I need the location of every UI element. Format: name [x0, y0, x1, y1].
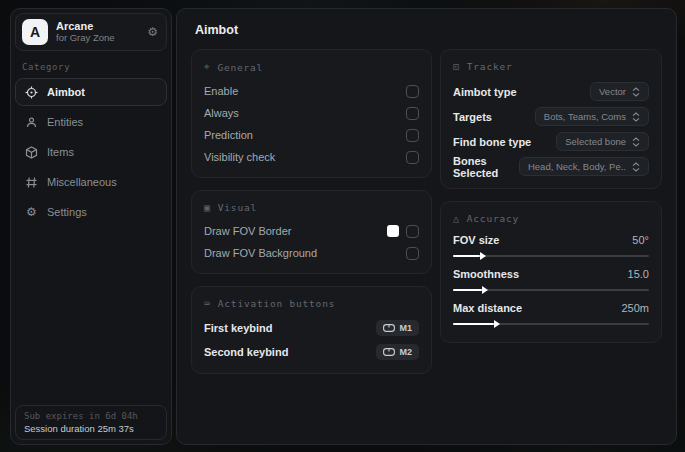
accuracy-icon: △ — [453, 213, 460, 224]
visibility-check-checkbox[interactable] — [406, 151, 419, 164]
visual-card-header: ▣ Visual — [204, 202, 419, 213]
smoothness-value: 15.0 — [628, 268, 649, 280]
setting-row-bones-selected: Bones Selected Head, Neck, Body, Pe.. — [453, 154, 649, 179]
slider-thumb[interactable] — [494, 320, 500, 328]
second-keybind-button[interactable]: M2 — [376, 344, 419, 360]
first-keybind-value: M1 — [399, 323, 412, 333]
main-panel: Aimbot ⌖ General Enable Always Predic — [176, 8, 677, 445]
mouse-icon — [383, 348, 395, 356]
mouse-icon — [383, 324, 395, 332]
setting-row-smoothness: Smoothness 15.0 — [453, 265, 649, 291]
setting-row-always: Always — [204, 102, 419, 124]
chevron-up-down-icon — [632, 112, 640, 122]
tracker-icon: ⊡ — [453, 61, 460, 72]
box-icon — [25, 146, 38, 159]
session-duration-text: Session duration 25m 37s — [24, 423, 158, 434]
setting-row-visibility-check: Visibility check — [204, 146, 419, 168]
second-keybind-value: M2 — [399, 347, 412, 357]
visual-card-title: Visual — [218, 202, 257, 213]
gear-icon[interactable]: ⚙ — [145, 23, 160, 41]
app-title: Arcane — [56, 20, 137, 33]
setting-row-fov-size: FOV size 50° — [453, 231, 649, 257]
smoothness-slider[interactable] — [453, 289, 649, 291]
sidebar-item-aimbot[interactable]: Aimbot — [15, 78, 167, 106]
visual-card: ▣ Visual Draw FOV Border Draw FOV Backgr… — [191, 190, 432, 274]
tracker-card-header: ⊡ Tracker — [453, 61, 649, 72]
chevron-up-down-icon — [632, 137, 640, 147]
chevron-up-down-icon — [632, 162, 640, 172]
setting-row-find-bone-type: Find bone type Selected bone — [453, 129, 649, 154]
draw-fov-background-checkbox[interactable] — [406, 247, 419, 260]
sidebar: A Arcane for Gray Zone ⚙ Category Aimbot… — [10, 8, 172, 445]
bones-selected-dropdown[interactable]: Head, Neck, Body, Pe.. — [519, 157, 649, 176]
sidebar-item-entities[interactable]: Entities — [15, 108, 167, 136]
general-card-header: ⌖ General — [204, 61, 419, 73]
setting-row-aimbot-type: Aimbot type Vector — [453, 79, 649, 104]
draw-fov-border-checkbox[interactable] — [406, 225, 419, 238]
setting-row-draw-fov-background: Draw FOV Background — [204, 242, 419, 264]
fov-size-slider[interactable] — [453, 255, 649, 257]
fov-border-color-swatch[interactable] — [387, 225, 399, 237]
grid-hash-icon — [25, 176, 38, 189]
setting-row-targets: Targets Bots, Teams, Coms — [453, 104, 649, 129]
find-bone-type-dropdown[interactable]: Selected bone — [556, 132, 649, 151]
app-header-card: A Arcane for Gray Zone ⚙ — [15, 13, 167, 51]
enable-checkbox[interactable] — [406, 85, 419, 98]
setting-row-prediction: Prediction — [204, 124, 419, 146]
fov-size-value: 50° — [632, 234, 649, 246]
activation-card-header: ⌨ Activation buttons — [204, 298, 419, 309]
accuracy-card: △ Accuracy FOV size 50° Smoothness 1 — [440, 201, 662, 343]
keyboard-icon: ⌨ — [204, 298, 211, 309]
sub-expires-text: Sub expires in 6d 04h — [24, 411, 158, 421]
chevron-up-down-icon — [632, 87, 640, 97]
general-card-title: General — [217, 62, 263, 73]
slider-thumb[interactable] — [482, 286, 488, 294]
entities-icon — [25, 116, 38, 129]
app-logo: A — [22, 19, 48, 45]
prediction-checkbox[interactable] — [406, 129, 419, 142]
activation-buttons-card: ⌨ Activation buttons First keybind M1 Se… — [191, 286, 432, 374]
sidebar-nav: Aimbot Entities Items Miscellaneous ⚙ Se… — [15, 78, 167, 226]
app-subtitle: for Gray Zone — [56, 33, 137, 44]
accuracy-card-title: Accuracy — [467, 213, 519, 224]
general-card: ⌖ General Enable Always Prediction Visib… — [191, 49, 432, 178]
tracker-card-title: Tracker — [467, 61, 513, 72]
always-checkbox[interactable] — [406, 107, 419, 120]
settings-gear-icon: ⚙ — [25, 206, 38, 219]
sidebar-item-items[interactable]: Items — [15, 138, 167, 166]
sidebar-item-label: Settings — [47, 206, 87, 218]
activation-card-title: Activation buttons — [218, 298, 335, 309]
setting-row-max-distance: Max distance 250m — [453, 299, 649, 325]
subscription-info-card: Sub expires in 6d 04h Session duration 2… — [15, 405, 167, 440]
sidebar-item-miscellaneous[interactable]: Miscellaneous — [15, 168, 167, 196]
tracker-card: ⊡ Tracker Aimbot type Vector Targets Bot… — [440, 49, 662, 189]
setting-row-draw-fov-border: Draw FOV Border — [204, 220, 419, 242]
setting-row-second-keybind: Second keybind M2 — [204, 340, 419, 364]
setting-row-first-keybind: First keybind M1 — [204, 316, 419, 340]
max-distance-value: 250m — [621, 302, 649, 314]
general-icon: ⌖ — [204, 61, 210, 73]
slider-thumb[interactable] — [480, 252, 486, 260]
sidebar-item-label: Aimbot — [47, 86, 85, 98]
first-keybind-button[interactable]: M1 — [376, 320, 419, 336]
crosshair-icon — [25, 86, 38, 99]
page-title: Aimbot — [195, 23, 662, 37]
aimbot-type-dropdown[interactable]: Vector — [590, 82, 649, 101]
targets-dropdown[interactable]: Bots, Teams, Coms — [535, 107, 649, 126]
sidebar-item-label: Miscellaneous — [47, 176, 117, 188]
max-distance-slider[interactable] — [453, 323, 649, 325]
app-header-text: Arcane for Gray Zone — [56, 20, 137, 44]
sidebar-item-label: Items — [47, 146, 74, 158]
category-label: Category — [22, 62, 167, 72]
visual-icon: ▣ — [204, 202, 211, 213]
accuracy-card-header: △ Accuracy — [453, 213, 649, 224]
sidebar-item-label: Entities — [47, 116, 83, 128]
sidebar-item-settings[interactable]: ⚙ Settings — [15, 198, 167, 226]
setting-row-enable: Enable — [204, 80, 419, 102]
